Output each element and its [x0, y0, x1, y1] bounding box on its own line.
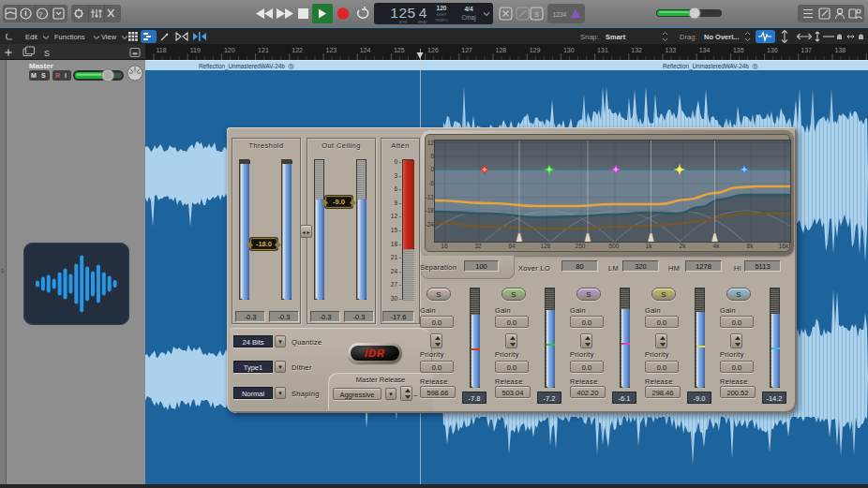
svg-text:4/4: 4/4 [464, 6, 472, 12]
svg-text:125: 125 [390, 5, 415, 21]
svg-text:129: 129 [530, 47, 541, 53]
svg-text:118: 118 [157, 47, 167, 53]
svg-text:No Overl...: No Overl... [704, 33, 740, 41]
svg-text:132: 132 [631, 47, 642, 53]
svg-text:124: 124 [360, 47, 371, 53]
svg-text:126: 126 [427, 47, 439, 53]
svg-text:127: 127 [461, 47, 472, 53]
svg-text:BEAT: BEAT [418, 20, 428, 24]
svg-text:Snap:: Snap: [580, 33, 599, 41]
svg-text:137: 137 [801, 47, 812, 53]
svg-text:130: 130 [563, 47, 575, 53]
svg-text:135: 135 [733, 47, 744, 53]
svg-text:121: 121 [258, 47, 269, 53]
svg-text:1234: 1234 [553, 11, 567, 18]
svg-text:122: 122 [292, 47, 303, 53]
svg-text:134: 134 [699, 47, 711, 53]
svg-text:120: 120 [224, 47, 235, 53]
svg-text:Drag:: Drag: [680, 33, 696, 41]
svg-text:View: View [101, 33, 117, 41]
svg-text:?: ? [38, 10, 42, 19]
svg-text:Cmaj: Cmaj [461, 14, 475, 22]
svg-text:TEMPO: TEMPO [435, 18, 448, 22]
svg-text:Smart: Smart [606, 33, 626, 41]
svg-text:S: S [534, 10, 539, 19]
svg-text:119: 119 [190, 47, 201, 53]
svg-text:KEEP: KEEP [437, 12, 447, 17]
svg-text:133: 133 [666, 47, 677, 53]
svg-text:131: 131 [597, 47, 608, 53]
svg-text:120: 120 [437, 5, 447, 11]
svg-text:Functions: Functions [54, 33, 85, 41]
svg-text:138: 138 [835, 47, 846, 53]
svg-text:BPM: BPM [399, 20, 408, 24]
svg-text:S: S [44, 49, 50, 58]
svg-text:125: 125 [394, 47, 405, 53]
svg-text:4: 4 [419, 5, 427, 21]
svg-text:128: 128 [496, 47, 507, 53]
svg-text:136: 136 [767, 47, 778, 53]
svg-text:123: 123 [326, 47, 337, 53]
svg-text:Edit: Edit [25, 33, 38, 41]
